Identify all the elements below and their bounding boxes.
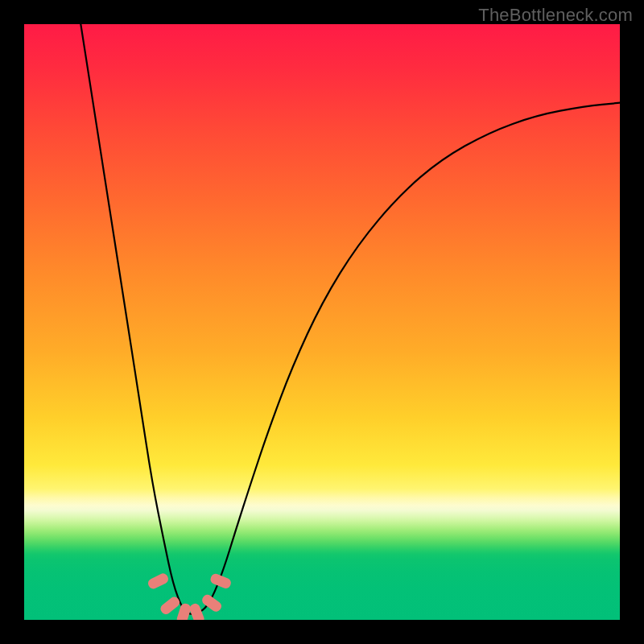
chart-frame: TheBottleneck.com [0, 0, 644, 644]
curve-marker [188, 602, 205, 620]
curve-marker [147, 572, 170, 590]
plot-area [24, 24, 620, 620]
watermark-text: TheBottleneck.com [478, 5, 633, 26]
curve-marker [159, 595, 181, 616]
marker-layer [24, 24, 620, 620]
curve-marker [209, 572, 233, 590]
curve-marker [200, 592, 224, 613]
